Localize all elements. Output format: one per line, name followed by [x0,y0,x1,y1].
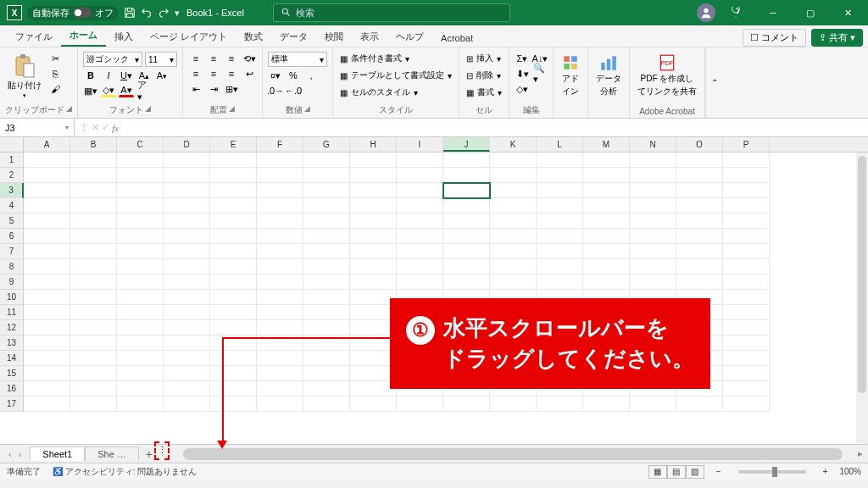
cell[interactable] [350,274,397,290]
cell[interactable] [583,152,630,168]
cell[interactable] [70,290,117,305]
fill-icon[interactable]: ⬇▾ [515,67,530,80]
cell[interactable] [630,274,676,290]
cell[interactable] [117,168,164,183]
fx-icon[interactable]: fx [112,123,119,133]
align-bottom-icon[interactable]: ≡ [224,52,239,65]
dialog-launcher-icon[interactable]: ◢ [66,104,72,116]
column-header[interactable]: E [210,137,257,152]
cell[interactable] [443,244,490,259]
cell[interactable] [303,366,350,381]
row-header[interactable]: 7 [0,244,24,259]
cell[interactable] [70,396,117,412]
cell[interactable] [164,183,210,198]
column-header[interactable]: F [257,137,303,152]
tab-review[interactable]: 校閲 [316,27,352,47]
font-name-dropdown[interactable]: 游ゴシック▾ [83,52,142,67]
zoom-level[interactable]: 100% [839,467,861,476]
cell[interactable] [397,244,443,259]
cell[interactable] [303,396,350,412]
cell[interactable] [723,214,770,229]
cell[interactable] [210,259,257,274]
tab-view[interactable]: 表示 [352,27,387,47]
tab-formulas[interactable]: 数式 [236,27,271,47]
cell[interactable] [583,244,630,259]
cell[interactable] [210,229,257,244]
cell[interactable] [164,244,210,259]
insert-cells-button[interactable]: ⊞ 挿入 ▾ [465,52,503,65]
cell[interactable] [117,229,164,244]
cell[interactable] [397,274,443,290]
cell[interactable] [257,396,303,412]
cell[interactable] [70,305,117,320]
column-header[interactable]: C [117,137,164,152]
cell[interactable] [117,320,164,336]
autosum-icon[interactable]: Σ▾ [515,52,530,65]
cell[interactable] [350,244,397,259]
cell[interactable] [117,366,164,381]
orientation-icon[interactable]: ⟲▾ [242,52,257,65]
cell[interactable] [350,198,397,214]
cell[interactable] [210,320,257,336]
undo-icon[interactable] [141,7,153,19]
cell[interactable] [303,244,350,259]
cell[interactable] [583,214,630,229]
fill-color-icon[interactable]: ◇▾ [101,84,116,97]
cell[interactable] [24,244,70,259]
cell[interactable] [723,259,770,274]
cell[interactable] [676,152,723,168]
align-right-icon[interactable]: ≡ [224,67,239,80]
cell[interactable] [164,351,210,366]
sheet-nav-prev-icon[interactable]: ‹ [8,449,12,459]
cell[interactable] [24,320,70,336]
cell[interactable] [490,274,537,290]
bold-button[interactable]: B [83,69,98,82]
cell[interactable] [303,320,350,336]
cell[interactable] [397,152,443,168]
cell[interactable] [303,305,350,320]
row-header[interactable]: 5 [0,214,24,229]
minimize-button[interactable]: ─ [756,0,790,25]
sheet-tab-2[interactable]: She … [85,446,139,461]
cell[interactable] [257,274,303,290]
cell[interactable] [117,396,164,412]
cell[interactable] [210,214,257,229]
indent-increase-icon[interactable]: ⇥ [206,82,221,96]
font-color-icon[interactable]: A▾ [119,84,134,97]
column-header[interactable]: D [164,137,210,152]
user-avatar[interactable] [697,3,715,22]
cell[interactable] [210,381,257,396]
increase-decimal-icon[interactable]: .0→ [268,84,283,97]
cell[interactable] [630,244,676,259]
cell[interactable] [164,168,210,183]
zoom-in-icon[interactable]: + [823,467,828,476]
clear-icon[interactable]: ◇▾ [515,82,530,96]
cell[interactable] [70,229,117,244]
cell[interactable] [117,214,164,229]
cell[interactable] [24,274,70,290]
sheet-tab-1[interactable]: Sheet1 [30,446,85,461]
cell[interactable] [583,396,630,412]
cell[interactable] [24,198,70,214]
cell[interactable] [397,183,443,198]
cell[interactable] [397,229,443,244]
close-button[interactable]: ✕ [831,0,865,25]
cell[interactable] [70,320,117,336]
cell[interactable] [397,198,443,214]
cell[interactable] [537,244,583,259]
search-input[interactable]: 検索 [273,3,510,22]
column-header[interactable]: J [443,137,490,152]
cell[interactable] [630,396,676,412]
cell[interactable] [117,152,164,168]
select-all-corner[interactable] [0,137,24,152]
format-painter-icon[interactable]: 🖌 [47,82,63,96]
cell[interactable] [210,274,257,290]
cell[interactable] [257,290,303,305]
cell[interactable] [70,168,117,183]
cell[interactable] [303,229,350,244]
conditional-format-button[interactable]: ▦ 条件付き書式 ▾ [338,52,411,65]
cell[interactable] [443,183,490,198]
cell[interactable] [303,152,350,168]
cell[interactable] [723,168,770,183]
redo-icon[interactable] [158,7,170,19]
